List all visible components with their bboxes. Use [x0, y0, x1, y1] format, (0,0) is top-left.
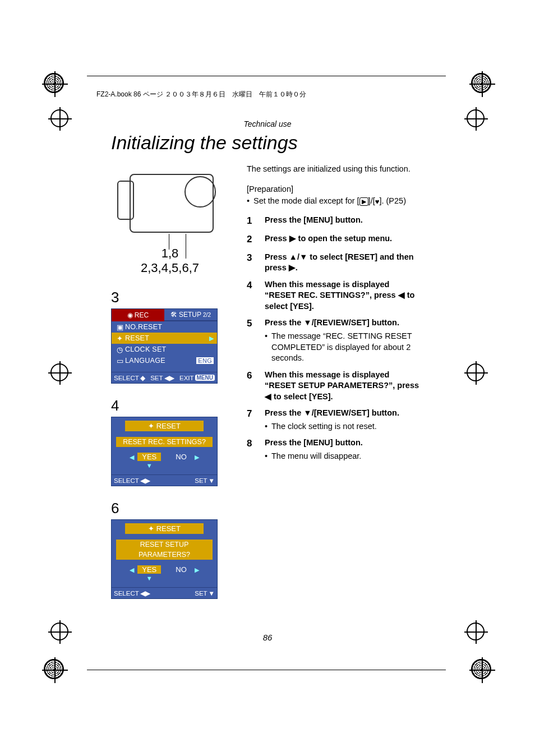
step-2: 2 Press ▶ to open the setup menu.: [247, 233, 421, 246]
arrow-down-icon: ▼: [209, 477, 215, 484]
step-number: 3: [247, 252, 255, 274]
lcd-footer: SELECT◆ SET◀▶ EXIT MENU: [112, 372, 217, 383]
choice-yes: ◀ YES ▼: [137, 453, 161, 461]
step-number: 7: [247, 408, 255, 432]
figure-number-3: 3: [111, 289, 229, 306]
step-sub-text: The clock setting is not reset.: [271, 421, 421, 432]
reset-icon: ✦: [115, 334, 125, 343]
figure-number-4: 4: [111, 397, 229, 414]
header-meta-line: FZ2-A.book 86 ページ ２００３年８月６日 水曜日 午前１０時０分: [96, 90, 306, 99]
step-text: Press the: [265, 318, 303, 327]
footer-exit: EXIT: [179, 375, 194, 381]
camera-illustration: [119, 164, 220, 245]
tab-rec-label: REC: [135, 311, 149, 319]
lcd-screen-reset-setup: ✦ RESET RESET SETUP PARAMETERS? ◀ YES ▼ …: [111, 519, 218, 599]
crosshair-icon: [467, 109, 485, 127]
step-number: 5: [247, 317, 255, 363]
page-content: Technical use Initializing the settings …: [111, 119, 424, 599]
prep-text-b: ]/[: [368, 196, 375, 205]
step-text: .: [296, 263, 298, 272]
step-5: 5 Press the ▼/[REVIEW/SET] button. •The …: [247, 317, 421, 363]
arrow-down-icon: ▼: [303, 408, 311, 417]
preparation-heading: [Preparation]: [247, 184, 421, 195]
camera-callout-bottom: 2,3,4,5,6,7: [111, 261, 229, 275]
arrow-right-icon: ▶: [289, 234, 296, 243]
tab-setup-page: 2/2: [203, 312, 211, 318]
arrow-down-icon: ▼: [209, 590, 215, 597]
menu-label: RESET: [125, 334, 209, 342]
reset-icon: ✦: [148, 524, 154, 533]
arrow-right-icon: ▶: [209, 335, 214, 342]
step-text: /[REVIEW/SET] button.: [312, 408, 399, 417]
registration-mark-icon: [44, 73, 64, 93]
lcd-screen-reset-rec: ✦ RESET RESET REC. SETTINGS? ◀ YES ▼ NO …: [111, 417, 218, 486]
step-text: When this message is displayed “RESET SE…: [265, 370, 419, 390]
arrow-down-icon: ▼: [146, 462, 153, 469]
crosshair-icon: [50, 109, 68, 127]
crosshair-icon: [50, 623, 68, 640]
footer-select: SELECT: [114, 477, 139, 484]
menu-label: LANGUAGE: [125, 357, 196, 365]
arrow-left-icon: ◀: [265, 392, 271, 401]
steps-list: 1 Press the [MENU] button. 2 Press ▶ to …: [247, 215, 421, 462]
registration-mark-icon: [44, 659, 64, 679]
arrow-updown-icon: ▲/▼: [289, 252, 308, 261]
step-8: 8 Press the [MENU] button. •The menu wil…: [247, 437, 421, 462]
step-4: 4 When this message is displayed “RESET …: [247, 279, 421, 312]
page-title: Initializing the settings: [111, 132, 424, 154]
page-number: 86: [263, 633, 273, 642]
footer-select: SELECT: [114, 375, 139, 381]
choice-no-label: NO: [176, 453, 187, 461]
step-7: 7 Press the ▼/[REVIEW/SET] button. •The …: [247, 408, 421, 432]
crosshair-icon: [467, 623, 485, 640]
step-number: 1: [247, 215, 255, 228]
playback-icon: ▶: [359, 197, 368, 206]
section-label: Technical use: [111, 119, 424, 128]
menu-label: NO.RESET: [125, 323, 214, 331]
intro-text: The settings are initialized using this …: [247, 164, 421, 175]
language-icon: ▭: [115, 357, 125, 365]
wrench-icon: 🛠: [170, 311, 177, 319]
menu-row-clockset: ◷ CLOCK SET: [112, 344, 217, 355]
arrow-down-icon: ▼: [146, 575, 153, 582]
step-text: Press: [265, 252, 289, 261]
step-text: When this message is displayed “RESET RE…: [265, 280, 398, 300]
choice-no-label: NO: [176, 565, 187, 574]
prep-text-a: Set the mode dial except for [: [253, 196, 359, 205]
tab-setup: 🛠 SETUP 2/2: [164, 309, 217, 321]
menu-pill: MENU: [195, 375, 215, 381]
preparation-bullet: • Set the mode dial except for [▶]/[]. (…: [247, 196, 421, 207]
footer-set: SET: [195, 477, 207, 484]
step-text: Press: [265, 234, 289, 243]
lcd-footer: SELECT◀▶ SET ▼: [112, 587, 217, 598]
footer-set: SET: [195, 590, 207, 597]
leftright-icon: ◀▶: [164, 374, 174, 382]
step-6: 6 When this message is displayed “RESET …: [247, 370, 421, 403]
step-sub-text: The message “REC. SETTING RESET COMPLETE…: [271, 331, 421, 364]
arrow-left-icon: ◀: [130, 566, 134, 574]
step-number: 4: [247, 279, 255, 312]
leftright-icon: ◀▶: [140, 477, 150, 485]
step-3: 3 Press ▲/▼ to select [RESET] and then p…: [247, 252, 421, 274]
menu-row-noreset: ▣ NO.RESET: [112, 321, 217, 333]
no-reset-icon: ▣: [115, 323, 125, 331]
dialog-question-line1: RESET SETUP: [116, 540, 213, 550]
step-number: 6: [247, 370, 255, 403]
arrow-left-icon: ◀: [130, 454, 134, 461]
step-text: Press the [MENU] button.: [265, 215, 363, 224]
lcd-footer: SELECT◀▶ SET ▼: [112, 474, 217, 486]
right-column: The settings are initialized using this …: [247, 164, 421, 599]
clock-icon: ◷: [115, 345, 125, 354]
leftright-icon: ◀▶: [140, 589, 150, 597]
step-sub-text: The menu will disappear.: [271, 451, 421, 462]
prep-text-c: ]. (P25): [379, 196, 406, 205]
figure-number-6: 6: [111, 500, 229, 517]
footer-select: SELECT: [114, 590, 139, 597]
arrow-down-icon: ▼: [303, 318, 311, 327]
choice-yes-label: YES: [142, 565, 156, 574]
dialog-title-label: RESET: [156, 524, 181, 533]
camera-callout-top: 1,8: [111, 246, 229, 261]
step-number: 2: [247, 233, 255, 246]
dialog-title: ✦ RESET: [125, 421, 204, 431]
dialog-title: ✦ RESET: [125, 523, 204, 534]
